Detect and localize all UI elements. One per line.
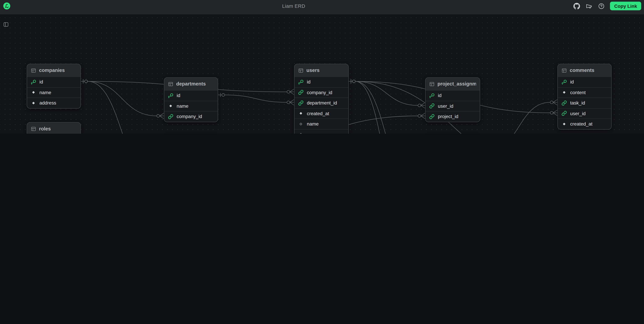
copy-link-button[interactable]: Copy Link	[610, 2, 641, 10]
not-null-diamond-icon	[168, 103, 174, 109]
column-comments-content[interactable]: content	[558, 87, 611, 98]
table-title: users	[306, 68, 345, 73]
foreign-key-icon	[429, 103, 435, 109]
table-title: companies	[39, 68, 77, 73]
not-null-diamond-icon	[562, 121, 567, 127]
table-roles[interactable]: rolesidnamedescription	[27, 122, 81, 134]
primary-key-icon	[298, 79, 304, 85]
not-null-diamond-icon	[298, 111, 304, 116]
table-header-departments[interactable]: departments	[164, 78, 218, 90]
github-icon[interactable]	[573, 3, 580, 10]
column-users-name[interactable]: name	[294, 118, 348, 129]
table-title: comments	[570, 68, 608, 73]
column-label: task_id	[570, 100, 585, 105]
table-title: roles	[39, 126, 77, 132]
table-header-users[interactable]: users	[294, 64, 348, 77]
foreign-key-icon	[168, 114, 174, 119]
liam-logo-icon[interactable]: ℒ	[3, 3, 10, 10]
table-title: departments	[176, 81, 214, 87]
column-label: id	[307, 80, 310, 84]
foreign-key-icon	[562, 111, 567, 116]
page-title: Liam ERD	[282, 3, 305, 9]
column-users-age[interactable]: age	[294, 129, 348, 134]
table-icon	[562, 68, 567, 73]
column-label: created_at	[307, 111, 329, 116]
column-label: user_id	[570, 111, 586, 116]
column-companies-name[interactable]: name	[27, 87, 80, 98]
table-header-comments[interactable]: comments	[558, 64, 611, 77]
column-companies-id[interactable]: id	[27, 77, 80, 87]
liam-erd-app: ℒ Liam ERD Copy Link	[0, 0, 644, 134]
column-label: age	[307, 132, 315, 134]
column-users-department_id[interactable]: department_id	[294, 98, 348, 108]
primary-key-icon	[168, 93, 174, 98]
table-icon	[429, 81, 435, 87]
table-departments[interactable]: departmentsidnamecompany_id	[164, 77, 218, 122]
top-bar: ℒ Liam ERD Copy Link	[0, 0, 644, 15]
column-label: project_id	[438, 114, 458, 119]
table-nodes-layer: companiesidnameaddressrolesidnamedescrip…	[0, 0, 644, 134]
table-users[interactable]: usersidcompany_iddepartment_idcreated_at…	[294, 64, 349, 134]
column-label: name	[177, 103, 188, 108]
foreign-key-icon	[562, 100, 567, 106]
column-label: id	[40, 80, 43, 84]
top-bar-row: ℒ Liam ERD Copy Link	[0, 0, 644, 12]
column-users-id[interactable]: id	[294, 77, 348, 87]
table-icon	[168, 81, 174, 87]
table-title: project_assignme...	[438, 81, 476, 87]
table-icon	[31, 68, 36, 73]
table-comments[interactable]: commentsidcontenttask_iduser_idcreated_a…	[558, 64, 612, 129]
table-icon	[298, 68, 304, 73]
column-users-company_id[interactable]: company_id	[294, 87, 348, 98]
primary-key-icon	[429, 93, 435, 98]
column-comments-created_at[interactable]: created_at	[558, 118, 611, 129]
help-icon[interactable]	[598, 3, 605, 10]
megaphone-icon[interactable]	[586, 3, 592, 10]
column-departments-name[interactable]: name	[164, 101, 218, 111]
column-comments-user_id[interactable]: user_id	[558, 108, 611, 119]
column-departments-id[interactable]: id	[164, 90, 218, 101]
column-comments-task_id[interactable]: task_id	[558, 98, 611, 108]
table-project_assignments[interactable]: project_assignme...iduser_idproject_id	[425, 77, 480, 122]
column-departments-company_id[interactable]: company_id	[164, 111, 218, 122]
column-label: name	[307, 121, 318, 126]
column-project_assignments-id[interactable]: id	[426, 90, 480, 101]
foreign-key-icon	[298, 100, 304, 106]
column-project_assignments-user_id[interactable]: user_id	[426, 101, 480, 111]
table-header-roles[interactable]: roles	[27, 123, 80, 134]
column-label: id	[177, 93, 180, 98]
column-companies-address[interactable]: address	[27, 98, 80, 108]
table-header-project_assignments[interactable]: project_assignme...	[426, 78, 480, 90]
column-label: id	[570, 80, 574, 84]
column-users-created_at[interactable]: created_at	[294, 108, 348, 119]
not-null-diamond-icon	[31, 100, 36, 106]
table-icon	[31, 126, 36, 131]
column-label: company_id	[177, 114, 202, 119]
foreign-key-icon	[298, 90, 304, 95]
column-label: id	[438, 93, 442, 98]
column-label: company_id	[307, 90, 332, 95]
table-companies[interactable]: companiesidnameaddress	[27, 64, 81, 108]
nullable-diamond-icon	[298, 121, 304, 127]
column-label: created_at	[570, 121, 592, 126]
column-project_assignments-project_id[interactable]: project_id	[426, 111, 480, 122]
column-label: name	[40, 90, 51, 95]
column-label: content	[570, 90, 586, 95]
not-null-diamond-icon	[31, 90, 36, 95]
column-label: address	[40, 100, 56, 105]
not-null-diamond-icon	[562, 90, 567, 95]
foreign-key-icon	[429, 114, 435, 119]
table-header-companies[interactable]: companies	[27, 64, 80, 77]
column-label: user_id	[438, 103, 453, 108]
primary-key-icon	[31, 79, 36, 85]
column-comments-id[interactable]: id	[558, 77, 611, 87]
nullable-diamond-icon	[298, 132, 304, 134]
primary-key-icon	[562, 79, 567, 85]
column-label: department_id	[307, 100, 337, 105]
top-bar-actions: Copy Link	[573, 0, 641, 12]
